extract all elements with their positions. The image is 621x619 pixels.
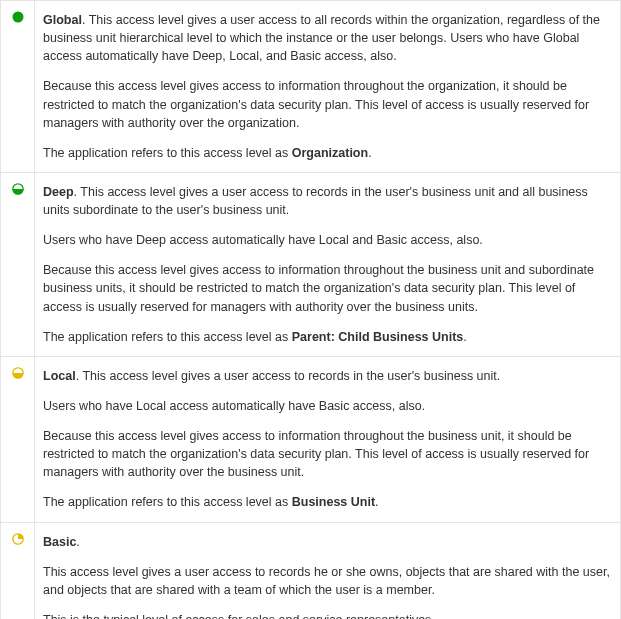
description-cell: Basic. This access level gives a user ac…: [35, 522, 621, 619]
desc-p1: Basic.: [43, 533, 612, 551]
description-cell: Global. This access level gives a user a…: [35, 1, 621, 173]
desc-ref: The application refers to this access le…: [43, 328, 612, 346]
desc-ref: The application refers to this access le…: [43, 144, 612, 162]
icon-cell: [1, 522, 35, 619]
desc-p2: Because this access level gives access t…: [43, 77, 612, 131]
table-row: Local. This access level gives a user ac…: [1, 356, 621, 522]
deep-icon: [12, 183, 24, 195]
desc-p1-text: . This access level gives a user access …: [76, 369, 501, 383]
ref-bold: Parent: Child Business Units: [292, 330, 464, 344]
ref-bold: Business Unit: [292, 495, 375, 509]
level-name: Local: [43, 369, 76, 383]
desc-p3: This is the typical level of access for …: [43, 611, 612, 619]
table-row: Deep. This access level gives a user acc…: [1, 172, 621, 356]
basic-icon: [12, 533, 24, 545]
ref-suffix: .: [463, 330, 466, 344]
desc-p1: Global. This access level gives a user a…: [43, 11, 612, 65]
desc-p1-text: . This access level gives a user access …: [43, 13, 600, 63]
desc-p1: Deep. This access level gives a user acc…: [43, 183, 612, 219]
access-level-table: Global. This access level gives a user a…: [0, 0, 621, 619]
icon-cell: [1, 356, 35, 522]
local-icon: [12, 367, 24, 379]
ref-prefix: The application refers to this access le…: [43, 330, 292, 344]
icon-cell: [1, 1, 35, 173]
description-cell: Local. This access level gives a user ac…: [35, 356, 621, 522]
desc-p2: Users who have Local access automaticall…: [43, 397, 612, 415]
ref-prefix: The application refers to this access le…: [43, 495, 292, 509]
level-name: Global: [43, 13, 82, 27]
desc-p1: Local. This access level gives a user ac…: [43, 367, 612, 385]
ref-suffix: .: [375, 495, 378, 509]
desc-p1-text: .: [76, 535, 79, 549]
description-cell: Deep. This access level gives a user acc…: [35, 172, 621, 356]
ref-prefix: The application refers to this access le…: [43, 146, 292, 160]
desc-ref: The application refers to this access le…: [43, 493, 612, 511]
level-name: Basic: [43, 535, 76, 549]
table-row: Basic. This access level gives a user ac…: [1, 522, 621, 619]
desc-p3: Because this access level gives access t…: [43, 427, 612, 481]
global-icon: [12, 11, 24, 23]
desc-p2: This access level gives a user access to…: [43, 563, 612, 599]
desc-p3: Because this access level gives access t…: [43, 261, 612, 315]
level-name: Deep: [43, 185, 74, 199]
svg-point-0: [12, 12, 23, 23]
ref-suffix: .: [368, 146, 371, 160]
desc-p2: Users who have Deep access automatically…: [43, 231, 612, 249]
icon-cell: [1, 172, 35, 356]
ref-bold: Organization: [292, 146, 368, 160]
table-row: Global. This access level gives a user a…: [1, 1, 621, 173]
desc-p1-text: . This access level gives a user access …: [43, 185, 588, 217]
